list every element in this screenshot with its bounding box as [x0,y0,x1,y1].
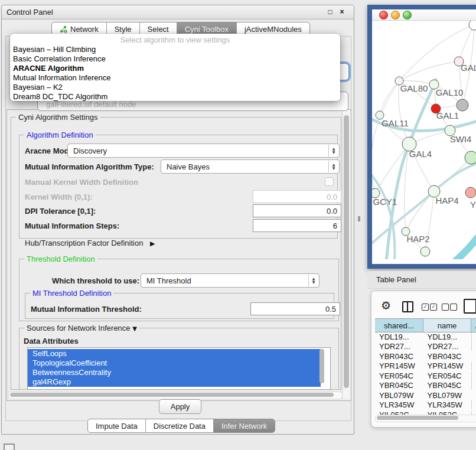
table-cell[interactable]: YBR045C [375,381,423,390]
bottom-tab-infer-network[interactable]: Infer Network [213,419,275,432]
table-cell[interactable]: YBL079W [375,391,423,400]
sources-title[interactable]: Sources for Network Inference ▼ [24,324,139,332]
table-row[interactable]: YBR045CYBR045C9. [375,381,476,391]
dropdown-placeholder: Select algorithm to view settings [10,35,340,44]
table-cell[interactable]: YBR045C [423,381,472,390]
zoom-traffic-light-icon[interactable] [403,11,412,19]
node-label: GAL [461,63,476,73]
node-label: GCY1 [373,197,397,207]
data-attributes-label: Data Attributes [24,337,79,345]
network-icon [60,25,67,33]
table-cell[interactable]: YIL052C [375,410,423,415]
table-cell[interactable]: YDR27... [375,342,423,351]
table-row[interactable]: YDR27...YDR27...12 [375,342,476,352]
hub-definition-expander[interactable]: Hub/Transcription Factor Definition ▶ [25,239,155,247]
table-cell[interactable]: 9. [471,361,476,370]
table-row[interactable]: YDL19...YDL19...13 [375,332,476,342]
table-cell[interactable]: YLR345W [375,400,423,409]
column-view-icon[interactable] [402,301,413,312]
close-panel-icon[interactable]: × [338,8,346,16]
select-all-checkbox-icon[interactable]: ✓ [430,304,437,311]
mi-algorithm-type-select[interactable]: Naive Bayes ▲▼ [161,159,340,174]
gear-icon[interactable]: ⚙ [381,300,391,311]
table-row[interactable]: YBR043CYBR043C [375,351,476,361]
network-window-titlebar[interactable] [372,9,476,21]
mi-steps-input[interactable]: 6 [253,219,341,232]
column-header-A[interactable]: A [471,319,476,332]
bottom-tab-impute-data[interactable]: Impute Data [88,419,145,432]
table-cell[interactable]: YLR345W [423,400,472,409]
table-cell[interactable]: YER054C [375,371,423,380]
data-attributes-list[interactable]: SelfLoopsTopologicalCoefficientBetweenne… [27,347,331,390]
which-threshold-select[interactable]: MI Threshold ▲▼ [141,273,319,288]
column-header-name[interactable]: name [423,319,472,332]
network-node[interactable] [469,21,476,30]
table-cell[interactable]: YBR043C [423,352,472,361]
table-row[interactable]: YBL079WYBL079W [375,390,476,400]
table-cell[interactable]: 0. [471,410,476,415]
bottom-tab-discretize-data[interactable]: Discretize Data [145,419,213,432]
minimize-traffic-light-icon[interactable] [391,11,400,19]
table-cell[interactable]: YPR145W [423,361,472,370]
aracne-mode-select[interactable]: Discovery ▲▼ [67,144,340,158]
table-cell[interactable]: YBL079W [423,391,472,400]
table-row[interactable]: YIL052CYIL052C0. [375,410,476,415]
apply-button-label: Apply [171,402,190,411]
network-node[interactable] [465,187,476,198]
table-cell[interactable]: YDL19... [423,332,472,341]
stepper-arrows-icon: ▲▼ [328,145,338,156]
settings-vertical-scrollbar[interactable] [342,110,350,399]
manual-kernel-width-checkbox[interactable] [325,177,334,186]
select-all-checkbox-icon[interactable]: ✓ [422,304,429,311]
algorithm-definition-title: Algorithm Definition [24,131,96,139]
new-table-icon[interactable] [464,299,476,314]
table-cell[interactable]: 8. [471,371,476,380]
table-cell[interactable]: YPR145W [375,361,423,370]
network-node[interactable] [420,247,430,256]
deselect-all-checkbox-icon[interactable] [450,304,457,311]
table-cell[interactable]: 12 [471,342,476,351]
network-canvas[interactable]: GALGAL80GAL10GAL1GAL11SWI4GAL4GCY1HAP4YH… [372,21,476,259]
algorithm-option[interactable]: ARACNE Algorithm [10,64,340,73]
control-panel-titlebar[interactable]: Control Panel □ × [2,5,354,19]
table-row[interactable]: YPR145WYPR145W9. [375,361,476,371]
table-cell[interactable]: YDL19... [375,332,423,341]
mi-threshold-input[interactable]: 0.5 [250,302,340,315]
algorithm-option[interactable]: Basic Correlation Inference [10,54,340,64]
attributes-scrollbar[interactable] [319,349,324,384]
data-attribute-item[interactable]: BetweennessCentrality [28,368,321,377]
node-label: GAL11 [382,118,409,128]
algorithm-option[interactable]: Bayesian – K2 [10,83,340,92]
settings-horizontal-scrollbar[interactable] [8,392,343,399]
node-label: HAP2 [406,234,429,244]
dpi-tolerance-input[interactable]: 0.0 [253,204,341,217]
splitpane-handle-icon[interactable] [358,216,360,221]
kernel-width-input[interactable]: 0.0 [253,190,341,203]
data-attribute-item[interactable]: gal4RGexp [28,377,321,387]
mi-steps-label: Mutual Information Steps: [25,221,119,230]
table-row[interactable]: YLR345WYLR345W9. [375,400,476,410]
algorithm-option[interactable]: Dream8 DC_TDC Algorithm [10,92,340,102]
table-cell[interactable]: 13 [471,332,476,341]
table-cell[interactable]: YDR27... [423,342,472,351]
table-cell[interactable]: 9. [471,381,476,390]
column-header-shared[interactable]: shared... [375,319,423,332]
table-row[interactable]: YER054CYER054C8. [375,371,476,381]
table-cell[interactable]: YER054C [423,371,472,380]
algorithm-option[interactable]: Bayesian – Hill Climbing [10,45,340,54]
algorithm-list: Bayesian – Hill ClimbingBasic Correlatio… [10,45,340,102]
network-node[interactable] [465,151,476,164]
deselect-all-checkbox-icon[interactable] [442,304,449,311]
network-node[interactable] [457,99,468,111]
data-attribute-item[interactable]: SelfLoops [28,349,321,358]
bottom-tabbar: Impute DataDiscretize DataInfer Network [87,419,275,433]
table-cell[interactable]: 9. [471,400,476,409]
table-cell[interactable]: YIL052C [423,410,472,415]
table-horizontal-scrollbar[interactable] [375,415,476,422]
algorithm-option[interactable]: Mutual Information Inference [10,73,340,83]
apply-button[interactable]: Apply [159,399,201,414]
table-cell[interactable]: YBR043C [375,352,423,361]
close-traffic-light-icon[interactable] [379,11,388,19]
data-attribute-item[interactable]: TopologicalCoefficient [28,358,321,368]
float-panel-icon[interactable]: □ [326,8,334,16]
